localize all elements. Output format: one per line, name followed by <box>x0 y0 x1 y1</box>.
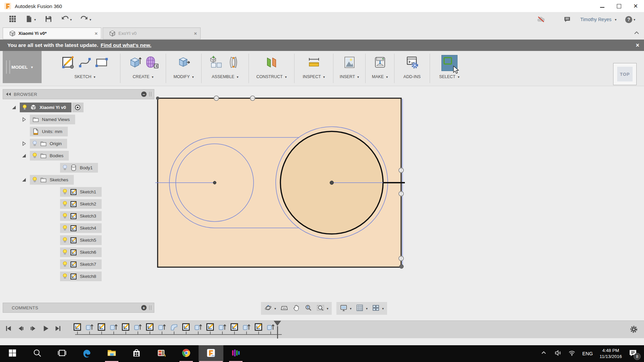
layout-grid-button[interactable]: ▾ <box>356 304 368 313</box>
browser-item[interactable]: Bodies <box>30 151 69 161</box>
ribbon-group-insert[interactable]: INSERT▾ <box>333 51 365 86</box>
taskbar-media-app-button[interactable] <box>223 345 248 362</box>
volume-icon[interactable] <box>554 349 561 358</box>
sketch-corner-point[interactable] <box>399 264 404 268</box>
ribbon-group-sketch[interactable]: SKETCH▾ <box>50 51 120 86</box>
taskbar-edge-button[interactable] <box>74 345 99 362</box>
offline-cloud-icon[interactable] <box>537 16 545 23</box>
browser-item[interactable]: Sketch7 <box>60 259 102 269</box>
sketch-center-point[interactable] <box>330 181 334 185</box>
timeline-extrude-feature[interactable] <box>194 322 203 334</box>
timeline-extrude-feature[interactable] <box>218 322 227 334</box>
file-new-button[interactable]: ▾ <box>25 15 36 24</box>
restore-button[interactable] <box>610 0 627 12</box>
timeline-sketch-feature[interactable] <box>254 322 263 334</box>
browser-row-sketch7[interactable]: Sketch7 <box>3 258 154 270</box>
user-account-menu[interactable]: Timothy Reyes ▾ <box>580 17 616 22</box>
visibility-off-bulb-icon[interactable] <box>62 165 67 171</box>
viewports-button[interactable]: ▾ <box>372 304 384 313</box>
visibility-on-bulb-icon[interactable] <box>32 153 37 159</box>
browser-row-xiaomi-yi-v0[interactable]: Xiaomi Yi v0 <box>3 101 154 113</box>
browser-item[interactable]: Sketch8 <box>60 272 102 281</box>
timeline-sketch-feature[interactable] <box>182 322 191 334</box>
activate-component-radio[interactable] <box>72 103 84 112</box>
browser-item[interactable]: Sketch5 <box>60 235 102 245</box>
panel-minus-icon[interactable]: − <box>141 92 147 97</box>
save-button[interactable] <box>45 15 52 24</box>
undo-button[interactable]: ▾ <box>61 15 72 24</box>
clock[interactable]: 4:48 PM 11/13/2016 <box>599 348 622 360</box>
timeline-settings-gear-icon[interactable] <box>630 325 638 335</box>
browser-item[interactable]: Origin <box>30 139 67 148</box>
visibility-on-bulb-icon[interactable] <box>22 104 27 111</box>
browser-item[interactable]: Sketch3 <box>60 211 102 221</box>
browser-item[interactable]: Body1 <box>60 163 98 173</box>
browser-item[interactable]: Sketches <box>30 175 74 185</box>
browser-item[interactable]: Sketch2 <box>60 199 102 209</box>
ribbon-group-select[interactable]: SELECT▾ <box>430 51 469 86</box>
visibility-on-bulb-icon[interactable] <box>62 225 67 231</box>
ribbon-group-make[interactable]: MAKE▾ <box>366 51 394 86</box>
browser-row-units-mm[interactable]: Units: mm <box>3 125 154 137</box>
ribbon-group-modify[interactable]: MODIFY▾ <box>166 51 201 86</box>
timeline-sketch-feature[interactable] <box>121 322 130 334</box>
taskbar-file-explorer-button[interactable] <box>99 345 124 362</box>
step-back-button[interactable] <box>17 325 24 334</box>
viewcube-top-face[interactable]: TOP <box>617 67 633 81</box>
timeline-extrude-feature[interactable] <box>133 322 142 334</box>
expand-node-icon[interactable] <box>21 141 26 146</box>
workspace-selector[interactable]: MODEL ▾ <box>3 51 42 83</box>
visibility-on-bulb-icon[interactable] <box>62 201 67 207</box>
browser-item[interactable]: Sketch4 <box>60 223 102 233</box>
taskbar-video-editor-button[interactable] <box>149 345 174 362</box>
go-to-end-button[interactable] <box>54 325 62 334</box>
browser-row-sketch1[interactable]: Sketch1 <box>3 186 154 198</box>
expand-node-icon[interactable] <box>21 117 26 122</box>
browser-row-sketch2[interactable]: Sketch2 <box>3 198 154 210</box>
ribbon-group-assemble[interactable]: ASSEMBLE▾ <box>202 51 249 86</box>
canvas-viewport[interactable] <box>144 86 413 281</box>
collapse-node-icon[interactable] <box>21 177 26 182</box>
browser-row-sketch6[interactable]: Sketch6 <box>3 246 154 258</box>
taskbar-task-view-button[interactable] <box>50 345 74 362</box>
minimize-button[interactable] <box>594 0 610 12</box>
tab-close-icon[interactable]: × <box>194 31 197 36</box>
panel-grip[interactable] <box>149 92 151 97</box>
orbit-button[interactable]: ▾ <box>264 304 276 313</box>
visibility-on-bulb-icon[interactable] <box>62 237 67 243</box>
ribbon-group-inspect[interactable]: INSPECT▾ <box>294 51 333 86</box>
browser-row-origin[interactable]: Origin <box>3 137 154 149</box>
display-settings-button[interactable]: ▾ <box>340 304 352 313</box>
taskbar-search-button[interactable] <box>25 345 50 362</box>
collapse-node-icon[interactable] <box>21 153 26 158</box>
browser-item[interactable]: Sketch6 <box>60 247 102 257</box>
panel-grip[interactable] <box>149 305 151 310</box>
taskbar-windows-start-button[interactable] <box>0 345 25 362</box>
document-tab[interactable]: ExoYI v0× <box>103 27 201 39</box>
browser-row-sketch5[interactable]: Sketch5 <box>3 234 154 246</box>
browser-row-bodies[interactable]: Bodies <box>3 149 154 162</box>
browser-item[interactable]: Units: mm <box>30 127 68 136</box>
visibility-off-bulb-icon[interactable] <box>32 140 37 147</box>
timeline-sketch-feature[interactable] <box>230 322 239 334</box>
tab-close-icon[interactable]: × <box>95 31 98 36</box>
chevron-up-icon[interactable] <box>540 349 547 358</box>
wifi-icon[interactable] <box>568 349 576 358</box>
sketch-corner-point[interactable] <box>156 97 159 100</box>
browser-row-sketches[interactable]: Sketches <box>3 174 154 186</box>
timeline-extrude-feature[interactable] <box>85 322 94 334</box>
viewcube[interactable]: TOP <box>613 63 637 85</box>
notification-close-icon[interactable]: × <box>636 42 639 49</box>
ribbon-group-add-ins[interactable]: ADD-INS <box>394 51 430 86</box>
go-to-start-button[interactable] <box>5 325 12 334</box>
zoom-button[interactable] <box>305 304 312 313</box>
timeline-sketch-feature[interactable] <box>73 322 82 334</box>
collapse-toolbar-chevron-up-icon[interactable] <box>634 30 639 36</box>
help-menu[interactable]: ? ▾ <box>625 16 635 23</box>
ribbon-group-construct[interactable]: CONSTRUCT▾ <box>249 51 294 86</box>
browser-item[interactable]: Sketch1 <box>60 187 102 197</box>
visibility-on-bulb-icon[interactable] <box>32 177 37 183</box>
play-button[interactable] <box>42 325 49 334</box>
browser-item[interactable]: Xiaomi Yi v0 <box>20 103 71 112</box>
language-indicator[interactable]: ENG <box>582 351 593 356</box>
